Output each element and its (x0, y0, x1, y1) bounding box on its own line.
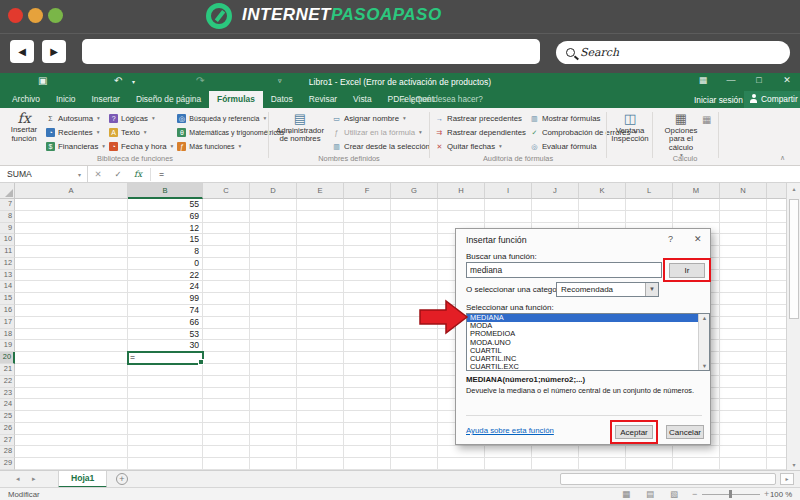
cell-H8[interactable] (438, 211, 485, 223)
cell-F21[interactable] (344, 364, 391, 376)
cell-C11[interactable] (203, 246, 250, 258)
cell-L7[interactable] (626, 199, 673, 211)
cell-C25[interactable] (203, 411, 250, 423)
column-header-D[interactable]: D (250, 183, 297, 199)
cell-F23[interactable] (344, 388, 391, 400)
cell-E27[interactable] (297, 435, 344, 447)
cell-E14[interactable] (297, 281, 344, 293)
column-header-M[interactable]: M (673, 183, 720, 199)
row-header-14[interactable]: 14 (0, 281, 15, 293)
cell-B22[interactable] (128, 376, 203, 388)
row-header-29[interactable]: 29 (0, 458, 15, 470)
cell-H7[interactable] (438, 199, 485, 211)
cell-F27[interactable] (344, 435, 391, 447)
cell-C20[interactable] (203, 352, 250, 364)
cell-J28[interactable] (532, 446, 579, 458)
cell-F18[interactable] (344, 329, 391, 341)
cell-D13[interactable] (250, 270, 297, 282)
function-item-cuartil-exc[interactable]: CUARTIL.EXC (467, 363, 709, 371)
name-manager-button[interactable]: ▤ Administrador de nombres (272, 111, 328, 144)
cell-E28[interactable] (297, 446, 344, 458)
cell-B8[interactable]: 69 (128, 211, 203, 223)
vertical-scrollbar[interactable]: ▴ ▾ (786, 183, 800, 470)
cell-M29[interactable] (673, 458, 720, 470)
cancel-entry-icon[interactable]: ✕ (88, 169, 108, 179)
cancel-button[interactable]: Cancelar (666, 425, 704, 439)
cell-D26[interactable] (250, 423, 297, 435)
cell-B25[interactable] (128, 411, 203, 423)
search-function-input[interactable] (466, 262, 662, 278)
cell-D17[interactable] (250, 317, 297, 329)
cell-D8[interactable] (250, 211, 297, 223)
cell-B19[interactable]: 30 (128, 340, 203, 352)
cell-D27[interactable] (250, 435, 297, 447)
help-on-function-link[interactable]: Ayuda sobre esta función (466, 426, 554, 435)
list-scroll-down-icon[interactable]: ▼ (699, 363, 710, 369)
tab-diseño-de-página[interactable]: Diseño de página (128, 91, 209, 108)
search-box[interactable]: Search (556, 41, 790, 64)
window-dot-orange[interactable] (28, 8, 43, 23)
column-header-K[interactable]: K (579, 183, 626, 199)
cell-I8[interactable] (485, 211, 532, 223)
cell-N19[interactable] (720, 340, 767, 352)
cell-K7[interactable] (579, 199, 626, 211)
row-header-24[interactable]: 24 (0, 399, 15, 411)
column-header-L[interactable]: L (626, 183, 673, 199)
back-button[interactable]: ◀ (10, 40, 34, 63)
page-break-view-icon[interactable]: ▧ (670, 489, 678, 499)
calculate-sheet-icon[interactable]: ▦ (702, 114, 711, 125)
cell-D28[interactable] (250, 446, 297, 458)
tab-revisar[interactable]: Revisar (301, 91, 345, 108)
horizontal-scroll-thumb[interactable] (560, 473, 776, 485)
maximize-icon[interactable]: □ (750, 75, 768, 85)
cell-N25[interactable] (720, 411, 767, 423)
row-header-21[interactable]: 21 (0, 364, 15, 376)
cell-H29[interactable] (438, 458, 485, 470)
cell-C10[interactable] (203, 234, 250, 246)
cell-E15[interactable] (297, 293, 344, 305)
row-header-22[interactable]: 22 (0, 376, 15, 388)
cell-D22[interactable] (250, 376, 297, 388)
collapse-ribbon-icon[interactable]: ∧ (780, 154, 785, 162)
cell-A17[interactable] (15, 317, 128, 329)
scroll-up-icon[interactable]: ▴ (787, 185, 800, 192)
cell-G25[interactable] (391, 411, 438, 423)
cell-B9[interactable]: 12 (128, 223, 203, 235)
column-header-J[interactable]: J (532, 183, 579, 199)
row-header-27[interactable]: 27 (0, 435, 15, 447)
cell-C18[interactable] (203, 329, 250, 341)
cell-B29[interactable] (128, 458, 203, 470)
row-header-15[interactable]: 15 (0, 293, 15, 305)
ribbon-button-financieras[interactable]: $Financieras▾ (44, 139, 107, 153)
cell-F29[interactable] (344, 458, 391, 470)
cell-A7[interactable] (15, 199, 128, 211)
cell-F24[interactable] (344, 399, 391, 411)
dialog-help-icon[interactable]: ? (668, 234, 673, 244)
cell-N16[interactable] (720, 305, 767, 317)
cell-B24[interactable] (128, 399, 203, 411)
cell-D20[interactable] (250, 352, 297, 364)
column-header-H[interactable]: H (438, 183, 485, 199)
cell-N21[interactable] (720, 364, 767, 376)
cell-D11[interactable] (250, 246, 297, 258)
sheet-tab-hoja1[interactable]: Hoja1 (58, 471, 107, 488)
cell-B28[interactable] (128, 446, 203, 458)
cell-E22[interactable] (297, 376, 344, 388)
cell-F7[interactable] (344, 199, 391, 211)
prev-sheet-icon[interactable]: ◂ (16, 475, 20, 483)
cell-G12[interactable] (391, 258, 438, 270)
cell-G14[interactable] (391, 281, 438, 293)
cell-D24[interactable] (250, 399, 297, 411)
cell-F19[interactable] (344, 340, 391, 352)
cell-A9[interactable] (15, 223, 128, 235)
cell-G21[interactable] (391, 364, 438, 376)
minimize-icon[interactable]: — (722, 75, 740, 85)
cell-G22[interactable] (391, 376, 438, 388)
cell-B13[interactable]: 22 (128, 270, 203, 282)
cell-D21[interactable] (250, 364, 297, 376)
cell-D29[interactable] (250, 458, 297, 470)
next-sheet-icon[interactable]: ▸ (32, 475, 36, 483)
cell-A18[interactable] (15, 329, 128, 341)
address-bar[interactable] (82, 39, 540, 64)
cell-J29[interactable] (532, 458, 579, 470)
